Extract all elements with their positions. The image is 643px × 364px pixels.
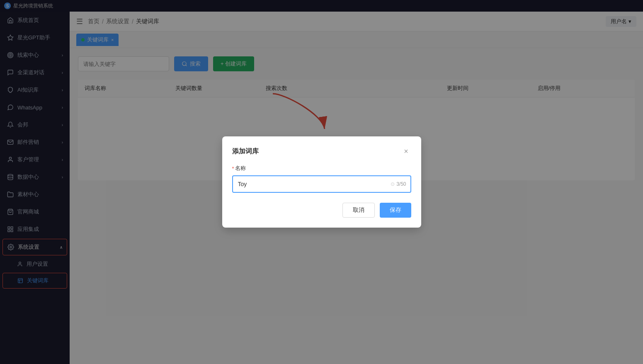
field-label: * 名称 xyxy=(232,165,411,172)
save-button[interactable]: 保存 xyxy=(380,203,411,218)
counter-text: 3/50 xyxy=(396,181,406,187)
required-mark: * xyxy=(232,165,234,172)
field-input-wrap: ⊙ 3/50 xyxy=(232,175,411,193)
modal-overlay: 添加词库 × * 名称 ⊙ 3/50 取消 保存 xyxy=(0,0,643,364)
field-counter: ⊙ 3/50 xyxy=(391,181,410,187)
clear-icon[interactable]: ⊙ xyxy=(391,181,395,187)
dialog-header: 添加词库 × xyxy=(232,146,411,156)
field-label-text: 名称 xyxy=(235,165,246,172)
dialog-title: 添加词库 xyxy=(232,147,259,156)
dialog-body: * 名称 ⊙ 3/50 xyxy=(232,165,411,193)
dialog-close-button[interactable]: × xyxy=(401,146,411,156)
name-input[interactable] xyxy=(233,176,391,192)
cancel-button[interactable]: 取消 xyxy=(342,203,375,218)
dialog-footer: 取消 保存 xyxy=(232,203,411,218)
add-wordlib-dialog: 添加词库 × * 名称 ⊙ 3/50 取消 保存 xyxy=(222,136,421,228)
